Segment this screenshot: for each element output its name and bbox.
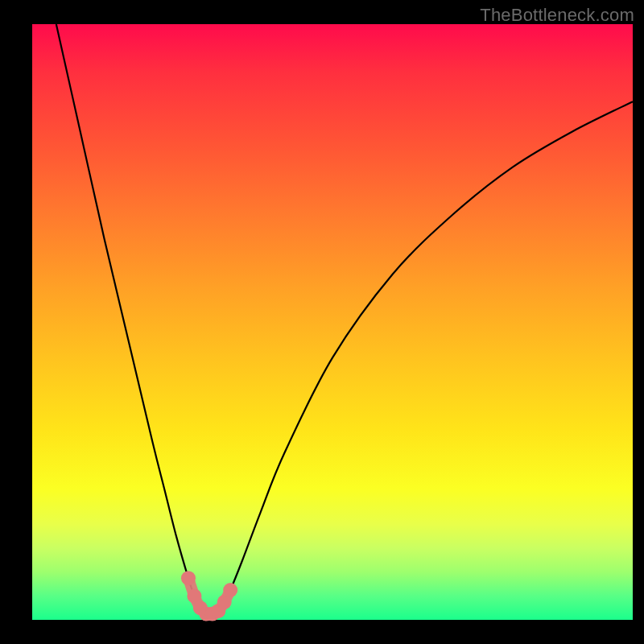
plot-area bbox=[32, 24, 633, 620]
highlight-dot bbox=[181, 571, 196, 585]
watermark-label: TheBottleneck.com bbox=[480, 5, 634, 26]
chart-frame: TheBottleneck.com bbox=[0, 0, 644, 644]
bottleneck-curve bbox=[56, 24, 633, 614]
curve-svg bbox=[32, 24, 633, 620]
highlight-dot bbox=[223, 583, 237, 597]
